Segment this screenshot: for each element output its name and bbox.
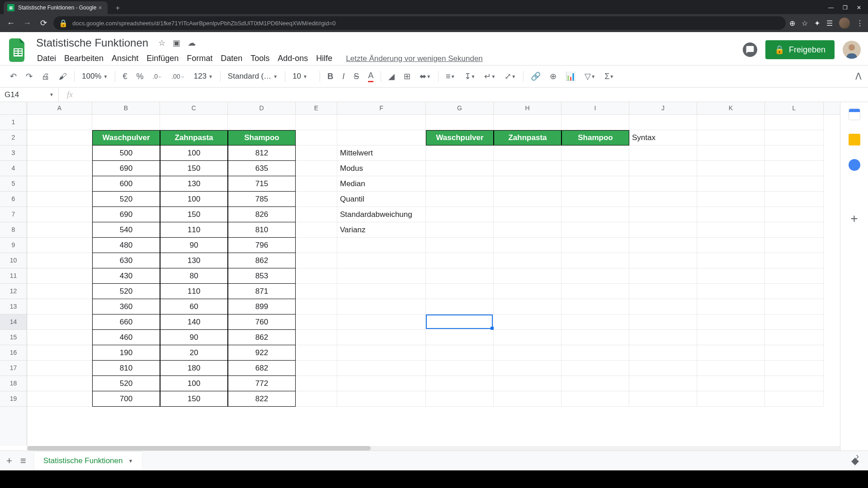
cell-B6[interactable]: 520 bbox=[92, 192, 160, 207]
cell-I19[interactable] bbox=[561, 391, 629, 407]
menu-add-ons[interactable]: Add-ons bbox=[274, 52, 311, 65]
cell-L14[interactable] bbox=[765, 314, 824, 330]
comments-button[interactable] bbox=[743, 42, 757, 57]
cell-D15[interactable]: 862 bbox=[228, 330, 296, 345]
close-tab-icon[interactable]: × bbox=[96, 4, 104, 11]
cell-A10[interactable] bbox=[27, 253, 92, 268]
column-header-E[interactable]: E bbox=[296, 102, 337, 114]
horizontal-align-button[interactable]: ≡ ▼ bbox=[442, 69, 458, 84]
cell-A16[interactable] bbox=[27, 345, 92, 361]
cell-L19[interactable] bbox=[765, 391, 824, 407]
cell-J15[interactable] bbox=[629, 330, 697, 345]
add-addon-button[interactable]: + bbox=[850, 211, 858, 226]
cell-K9[interactable] bbox=[697, 238, 765, 253]
row-header-19[interactable]: 19 bbox=[0, 391, 27, 407]
cell-L2[interactable] bbox=[765, 130, 824, 145]
cell-F1[interactable] bbox=[337, 115, 426, 130]
cell-A13[interactable] bbox=[27, 299, 92, 314]
cell-E13[interactable] bbox=[296, 299, 337, 314]
cell-E15[interactable] bbox=[296, 330, 337, 345]
column-header-I[interactable]: I bbox=[561, 102, 629, 114]
cell-B7[interactable]: 690 bbox=[92, 207, 160, 222]
cell-G17[interactable] bbox=[426, 361, 494, 376]
cell-D1[interactable] bbox=[228, 115, 296, 130]
new-tab-button[interactable]: + bbox=[112, 2, 123, 14]
browser-tab[interactable]: ▦ Statistische Funktionen - Google × bbox=[4, 1, 108, 14]
cell-G18[interactable] bbox=[426, 376, 494, 391]
cell-G13[interactable] bbox=[426, 299, 494, 314]
cell-G12[interactable] bbox=[426, 284, 494, 299]
cell-E2[interactable] bbox=[296, 130, 337, 145]
cell-A15[interactable] bbox=[27, 330, 92, 345]
cell-L9[interactable] bbox=[765, 238, 824, 253]
font-select[interactable]: Standard (… ▼ bbox=[224, 70, 281, 83]
cell-G7[interactable] bbox=[426, 207, 494, 222]
cell-H12[interactable] bbox=[494, 284, 561, 299]
cell-H7[interactable] bbox=[494, 207, 561, 222]
decrease-decimal-button[interactable]: .0← bbox=[149, 70, 166, 83]
cell-B11[interactable]: 430 bbox=[92, 268, 160, 284]
cell-J3[interactable] bbox=[629, 145, 697, 161]
cell-B5[interactable]: 600 bbox=[92, 176, 160, 192]
fill-color-button[interactable]: ◢ bbox=[385, 69, 398, 84]
row-header-15[interactable]: 15 bbox=[0, 330, 27, 345]
cell-K14[interactable] bbox=[697, 314, 765, 330]
cell-D6[interactable]: 785 bbox=[228, 192, 296, 207]
zoom-select[interactable]: 100% ▼ bbox=[78, 70, 111, 83]
cell-K7[interactable] bbox=[697, 207, 765, 222]
chevron-down-icon[interactable]: ▼ bbox=[128, 458, 133, 464]
cell-G3[interactable] bbox=[426, 145, 494, 161]
cell-L4[interactable] bbox=[765, 161, 824, 176]
cell-B10[interactable]: 630 bbox=[92, 253, 160, 268]
cell-F12[interactable] bbox=[337, 284, 426, 299]
cell-A17[interactable] bbox=[27, 361, 92, 376]
cell-C11[interactable]: 80 bbox=[160, 268, 228, 284]
cell-F14[interactable] bbox=[337, 314, 426, 330]
star-doc-icon[interactable]: ☆ bbox=[158, 38, 165, 48]
redo-button[interactable]: ↷ bbox=[22, 69, 36, 84]
cell-D4[interactable]: 635 bbox=[228, 161, 296, 176]
cell-B9[interactable]: 480 bbox=[92, 238, 160, 253]
cell-G10[interactable] bbox=[426, 253, 494, 268]
cell-G8[interactable] bbox=[426, 222, 494, 238]
cell-C9[interactable]: 90 bbox=[160, 238, 228, 253]
undo-button[interactable]: ↶ bbox=[6, 69, 20, 84]
cell-J6[interactable] bbox=[629, 192, 697, 207]
cell-I14[interactable] bbox=[561, 314, 629, 330]
cell-F6[interactable]: Quantil bbox=[337, 192, 426, 207]
cell-B13[interactable]: 360 bbox=[92, 299, 160, 314]
cell-D8[interactable]: 810 bbox=[228, 222, 296, 238]
vertical-align-button[interactable]: ↧ ▼ bbox=[461, 69, 479, 84]
cell-D18[interactable]: 772 bbox=[228, 376, 296, 391]
column-header-L[interactable]: L bbox=[765, 102, 824, 114]
row-header-7[interactable]: 7 bbox=[0, 207, 27, 222]
cell-F19[interactable] bbox=[337, 391, 426, 407]
cell-J9[interactable] bbox=[629, 238, 697, 253]
cell-F18[interactable] bbox=[337, 376, 426, 391]
browser-menu-icon[interactable]: ⋮ bbox=[856, 19, 863, 28]
sheet-tab-active[interactable]: Statistische Funktionen ▼ bbox=[34, 452, 142, 470]
cell-B12[interactable]: 520 bbox=[92, 284, 160, 299]
cell-J13[interactable] bbox=[629, 299, 697, 314]
cell-J19[interactable] bbox=[629, 391, 697, 407]
cell-I2[interactable]: Shampoo bbox=[561, 130, 629, 145]
cell-F5[interactable]: Median bbox=[337, 176, 426, 192]
maximize-icon[interactable]: ❐ bbox=[843, 5, 848, 11]
cell-F3[interactable]: Mittelwert bbox=[337, 145, 426, 161]
cell-I16[interactable] bbox=[561, 345, 629, 361]
cell-H9[interactable] bbox=[494, 238, 561, 253]
cell-A6[interactable] bbox=[27, 192, 92, 207]
cell-H3[interactable] bbox=[494, 145, 561, 161]
cell-I15[interactable] bbox=[561, 330, 629, 345]
column-header-J[interactable]: J bbox=[629, 102, 697, 114]
cell-L15[interactable] bbox=[765, 330, 824, 345]
cell-D17[interactable]: 682 bbox=[228, 361, 296, 376]
cell-G4[interactable] bbox=[426, 161, 494, 176]
cell-B15[interactable]: 460 bbox=[92, 330, 160, 345]
cell-E9[interactable] bbox=[296, 238, 337, 253]
cell-J17[interactable] bbox=[629, 361, 697, 376]
cell-D3[interactable]: 812 bbox=[228, 145, 296, 161]
cell-K8[interactable] bbox=[697, 222, 765, 238]
cell-J12[interactable] bbox=[629, 284, 697, 299]
cell-G9[interactable] bbox=[426, 238, 494, 253]
